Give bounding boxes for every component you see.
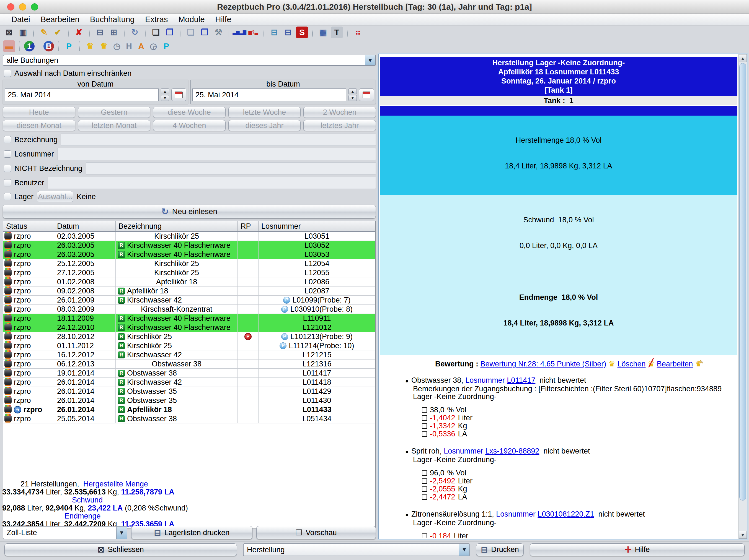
value-checkbox[interactable] xyxy=(422,494,427,500)
close-window-icon[interactable] xyxy=(7,3,15,10)
menu-extras[interactable]: Extras xyxy=(140,14,173,25)
table-row[interactable]: rzpro26.01.2014RObstwasser 35L011430 xyxy=(3,396,375,405)
mode-combobox[interactable]: Herstellung ▼ xyxy=(243,543,470,556)
delete-icon[interactable]: ✘ xyxy=(73,26,85,38)
to-date-calendar-button[interactable] xyxy=(359,89,374,101)
column-datum[interactable]: Datum xyxy=(54,221,116,231)
badge-h-icon[interactable]: H xyxy=(124,41,134,51)
quick-letzten-monat-button[interactable]: letzten Monat xyxy=(78,120,151,131)
value-checkbox[interactable] xyxy=(422,416,427,421)
losnummer-link[interactable]: L011417 xyxy=(507,376,535,384)
exit-icon[interactable]: ⊠ xyxy=(3,26,15,38)
column-status[interactable]: Status xyxy=(3,221,54,231)
close-button[interactable]: ⊠ Schliessen xyxy=(4,543,237,556)
detail-scrollbar[interactable]: ▲ ▼ xyxy=(739,54,747,539)
nicht-bezeichnung-checkbox[interactable] xyxy=(4,165,11,172)
bewertung-edit-link[interactable]: Bearbeiten xyxy=(657,360,693,368)
table-row[interactable]: rzpro09.02.2008RApfellikör 18L02087 xyxy=(3,287,375,296)
window-icon[interactable]: ▥ xyxy=(17,26,29,38)
quick-letzte-woche-button[interactable]: letzte Woche xyxy=(228,107,301,118)
spin-up-icon[interactable]: ▲ xyxy=(348,89,357,94)
clock-redo-icon[interactable]: ◶ xyxy=(148,41,158,51)
nicht-bezeichnung-input[interactable] xyxy=(86,162,376,175)
scroll-down-icon[interactable]: ▼ xyxy=(739,531,747,539)
chevron-down-icon[interactable]: ▼ xyxy=(116,527,127,539)
table-row[interactable]: rzpro26.03.2005RKirschwasser 40 Flaschen… xyxy=(3,241,375,250)
trophy-edit-icon[interactable]: ♛ xyxy=(98,40,110,52)
lager-auswahl-button[interactable]: Auswahl... xyxy=(37,191,73,202)
menu-datei[interactable]: Datei xyxy=(6,14,36,25)
text-tool-icon[interactable]: T xyxy=(331,26,343,38)
table-row[interactable]: rzpro26.01.2014RObstwasser 35L011429 xyxy=(3,387,375,396)
badge-a-icon[interactable]: A xyxy=(136,41,146,51)
trophy-icon[interactable]: ♛ xyxy=(84,40,96,52)
badge-1-icon[interactable]: 1 xyxy=(24,41,35,51)
table-row[interactable]: rzpro19.01.2014RObstwasser 38L011417 xyxy=(3,368,375,378)
table-row[interactable]: rzpro16.12.2012RKirschwasser 42L121215 xyxy=(3,350,375,359)
table-row[interactable]: rzpro01.11.2012RKirschlikör 25PL111214(P… xyxy=(3,341,375,350)
from-date-input[interactable]: 25. Mai 2014 xyxy=(5,89,158,101)
scroll-up-icon[interactable]: ▲ xyxy=(739,54,747,62)
minimize-window-icon[interactable] xyxy=(19,3,26,10)
quick-gestern-button[interactable]: Gestern xyxy=(78,107,151,118)
losnummer-link[interactable]: L0301081220.Z1 xyxy=(537,510,594,518)
table-row[interactable]: rzpro02.03.2005Kirschlikör 25L03051 xyxy=(3,232,375,241)
menu-module[interactable]: Module xyxy=(173,14,210,25)
table-row[interactable]: rzpro24.12.2010RKirschwasser 40 Flaschen… xyxy=(3,323,375,332)
quick-diese-woche-button[interactable]: diese Woche xyxy=(153,107,226,118)
table-row[interactable]: ➔rzpro26.01.2014RApfellikör 18L011433 xyxy=(3,405,375,414)
benutzer-checkbox[interactable] xyxy=(4,179,11,186)
print-settings-icon[interactable]: ⊞ xyxy=(108,26,120,38)
document-add-icon[interactable]: ❐ xyxy=(164,26,176,38)
table-row[interactable]: rzpro25.12.2005Kirschlikör 25L12054 xyxy=(3,259,375,268)
spin-down-icon[interactable]: ▼ xyxy=(348,95,357,101)
booking-filter-combobox[interactable]: alle Buchungen ▼ xyxy=(3,55,376,66)
quick-2-wochen-button[interactable]: 2 Wochen xyxy=(303,107,376,118)
quick-dieses-jahr-button[interactable]: dieses Jahr xyxy=(228,120,301,131)
benutzer-input[interactable] xyxy=(48,177,376,189)
menu-buchhaltung[interactable]: Buchhaltung xyxy=(85,14,140,25)
print-lists-button[interactable]: ⊟ Lagerlisten drucken xyxy=(131,526,253,539)
spin-up-icon[interactable]: ▲ xyxy=(161,89,169,94)
value-checkbox[interactable] xyxy=(422,534,427,538)
quick-4-wochen-button[interactable]: 4 Wochen xyxy=(153,120,226,131)
table-row[interactable]: rzpro28.10.2012RKirschlikör 25PPL101213(… xyxy=(3,332,375,341)
chart-query-icon[interactable]: ▆?▃ xyxy=(247,26,259,38)
menu-bearbeiten[interactable]: Bearbeiten xyxy=(36,14,85,25)
chart-icon[interactable]: ▃▆▂▇ xyxy=(233,26,245,38)
table-row[interactable]: rzpro25.05.2014RObstwasser 38L051434 xyxy=(3,414,375,423)
table-row[interactable]: rzpro26.01.2014RKirschwasser 42L011418 xyxy=(3,378,375,387)
column-losnummer[interactable]: Losnummer xyxy=(258,221,375,231)
losnummer-checkbox[interactable] xyxy=(4,151,11,158)
grid-calc-icon[interactable]: ▦ xyxy=(317,26,329,38)
edit-pencil-icon[interactable]: ✎ xyxy=(38,26,50,38)
meat-icon[interactable]: ▬ xyxy=(3,40,15,52)
table-row[interactable]: rzpro08.03.2009Kirschsaft-KonzentratPL03… xyxy=(3,305,375,314)
bezeichnung-checkbox[interactable] xyxy=(4,136,11,143)
value-checkbox[interactable] xyxy=(422,407,427,412)
menu-hilfe[interactable]: Hilfe xyxy=(210,14,237,25)
refresh-icon[interactable]: ↻ xyxy=(129,26,141,38)
quick-diesen-monat-button[interactable]: diesen Monat xyxy=(3,120,75,131)
lager-checkbox[interactable] xyxy=(4,193,11,200)
print-button[interactable]: ⊟ Drucken xyxy=(476,543,524,556)
preview-button[interactable]: ❐ Vorschau xyxy=(256,526,376,539)
table-row[interactable]: rzpro06.12.2013Obstwasser 38L121316 xyxy=(3,359,375,368)
document-delete-icon[interactable]: ❏ xyxy=(185,26,197,38)
printer-probe-icon[interactable]: ⊟ xyxy=(268,26,280,38)
chevron-down-icon[interactable]: ▼ xyxy=(459,544,469,556)
edit-special-icon[interactable]: ✔ xyxy=(52,26,64,38)
value-checkbox[interactable] xyxy=(422,431,427,436)
quick-heute-button[interactable]: Heute xyxy=(3,107,75,118)
value-checkbox[interactable] xyxy=(422,478,427,484)
document-add-blue-icon[interactable]: ❐ xyxy=(198,26,211,38)
losnummer-input[interactable] xyxy=(57,148,376,160)
pdf-export-icon[interactable]: S xyxy=(296,26,308,38)
list-type-combobox[interactable]: Zoll-Liste ▼ xyxy=(3,526,127,539)
quick-letztes-jahr-button[interactable]: letztes Jahr xyxy=(303,120,376,131)
value-checkbox[interactable] xyxy=(422,487,427,492)
badge-b-icon[interactable]: B xyxy=(43,41,54,51)
value-checkbox[interactable] xyxy=(422,423,427,429)
zoom-window-icon[interactable] xyxy=(31,3,38,10)
value-checkbox[interactable] xyxy=(422,470,427,476)
